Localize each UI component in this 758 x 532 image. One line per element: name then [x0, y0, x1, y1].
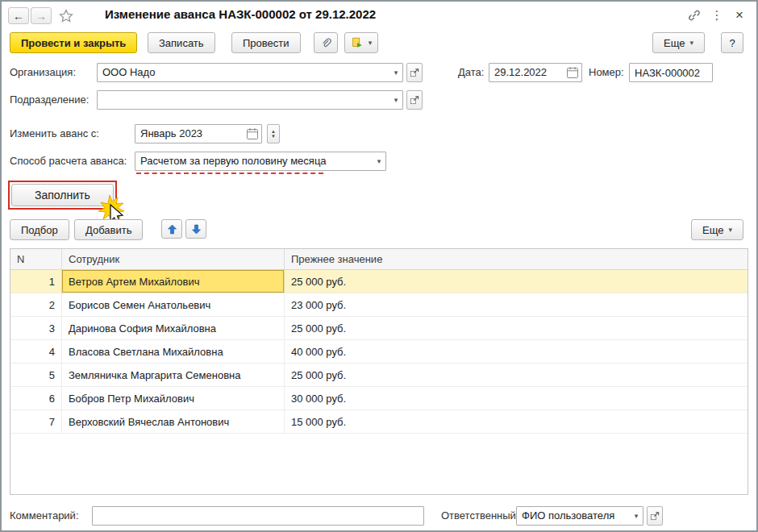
cell-employee[interactable]: Даринова София Михайловна [62, 317, 285, 339]
comment-label: Комментарий: [10, 506, 79, 526]
forward-button[interactable]: → [31, 7, 52, 24]
cell-prev[interactable]: 30 000 руб. [285, 387, 748, 409]
toolbar: Провести и закрыть Записать Провести ▾ Е… [2, 31, 756, 56]
calc-method-combo[interactable]: Расчетом за первую половину месяца ▾ [135, 152, 386, 171]
more-button[interactable]: Еще ▾ [652, 32, 705, 53]
add-row-button[interactable]: Добавить [74, 219, 143, 240]
cell-prev[interactable]: 25 000 руб. [285, 270, 748, 293]
footer: Комментарий: Ответственный: ФИО пользова… [2, 505, 756, 527]
document-window: ← → Изменение аванса НАЗК-000002 от 29.1… [0, 0, 758, 532]
header-employee[interactable]: Сотрудник [62, 249, 285, 269]
calendar-icon[interactable] [245, 127, 260, 141]
move-up-button[interactable] [161, 219, 182, 239]
spin-down-icon[interactable]: ▼ [271, 134, 276, 139]
write-button[interactable]: Записать [148, 32, 215, 53]
cell-employee[interactable]: Верховский Вячеслав Антонович [62, 410, 285, 433]
date-label: Дата: [458, 63, 484, 82]
chevron-down-icon[interactable]: ▾ [373, 152, 385, 170]
cell-n[interactable]: 7 [10, 410, 62, 433]
cell-prev[interactable]: 25 000 руб. [285, 317, 748, 339]
pick-button[interactable]: Подбор [10, 219, 69, 240]
header-n[interactable]: N [10, 249, 62, 269]
organization-label: Организация: [10, 63, 76, 82]
cell-prev[interactable]: 40 000 руб. [285, 340, 748, 363]
table-more-label: Еще [702, 224, 723, 236]
organization-combo[interactable]: ООО Надо ▾ [97, 63, 403, 82]
cell-employee[interactable]: Борисов Семен Анатольевич [62, 293, 285, 316]
titlebar: ← → Изменение аванса НАЗК-000002 от 29.1… [2, 2, 756, 29]
fill-button[interactable]: Заполнить [11, 184, 114, 206]
organization-value: ООО Надо [102, 64, 386, 81]
table-toolbar: Подбор Добавить Еще ▾ [2, 218, 756, 242]
chevron-down-icon: ▾ [369, 39, 373, 47]
table-row[interactable]: 1 Ветров Артем Михайлович 25 000 руб. [10, 270, 748, 293]
calc-method-label: Способ расчета аванса: [10, 152, 127, 171]
cell-n[interactable]: 1 [10, 270, 62, 293]
cell-employee[interactable]: Земляничка Маргарита Семеновна [62, 364, 285, 386]
more-label: Еще [664, 37, 685, 49]
table-row[interactable]: 3 Даринова София Михайловна 25 000 руб. [10, 317, 748, 340]
number-input[interactable] [629, 63, 713, 82]
create-based-on-button[interactable]: ▾ [344, 32, 378, 53]
change-from-value: Январь 2023 [140, 125, 202, 143]
cell-employee[interactable]: Бобров Петр Михайлович [62, 387, 285, 409]
cell-n[interactable]: 4 [10, 340, 62, 363]
calendar-icon[interactable] [565, 65, 580, 80]
page-title: Изменение аванса НАЗК-000002 от 29.12.20… [105, 7, 376, 21]
cell-prev[interactable]: 15 000 руб. [285, 410, 748, 433]
post-and-close-button[interactable]: Провести и закрыть [10, 32, 137, 53]
date-field[interactable]: 29.12.2022 [489, 63, 582, 82]
cell-n[interactable]: 3 [10, 317, 62, 339]
comment-input[interactable] [92, 506, 424, 526]
calc-method-value: Расчетом за первую половину месяца [140, 152, 369, 170]
chevron-down-icon: ▾ [689, 39, 693, 47]
fill-button-highlight: Заполнить [8, 181, 117, 210]
cell-employee[interactable]: Ветров Артем Михайлович [62, 270, 285, 293]
change-from-field[interactable]: Январь 2023 [135, 124, 262, 143]
responsible-open-button[interactable] [647, 506, 663, 526]
responsible-combo[interactable]: ФИО пользователя ▾ [516, 506, 643, 526]
change-from-spinner[interactable]: ▲ ▼ [267, 124, 280, 143]
number-label: Номер: [589, 63, 624, 82]
table-row[interactable]: 5 Земляничка Маргарита Семеновна 25 000 … [10, 364, 748, 387]
chevron-down-icon[interactable]: ▾ [389, 64, 402, 81]
arrow-down-icon [190, 223, 202, 235]
department-open-button[interactable] [406, 90, 423, 110]
table-row[interactable]: 2 Борисов Семен Анатольевич 23 000 руб. [10, 293, 748, 317]
arrow-up-icon [166, 223, 178, 235]
chevron-down-icon[interactable]: ▾ [630, 507, 643, 525]
header-prev-value[interactable]: Прежнее значение [285, 249, 748, 269]
back-button[interactable]: ← [8, 7, 29, 24]
cell-prev[interactable]: 25 000 руб. [285, 364, 748, 386]
required-field-underline [136, 172, 323, 174]
table-header-row: N Сотрудник Прежнее значение [10, 249, 748, 270]
link-icon[interactable] [685, 7, 703, 23]
attachments-button[interactable] [314, 32, 338, 53]
cell-employee[interactable]: Власова Светлана Михайловна [62, 340, 285, 363]
cell-n[interactable]: 2 [10, 293, 62, 316]
chevron-down-icon: ▾ [728, 226, 732, 234]
responsible-value: ФИО пользователя [522, 507, 627, 525]
cell-n[interactable]: 6 [10, 387, 62, 409]
department-label: Подразделение: [10, 90, 89, 110]
cell-n[interactable]: 5 [10, 364, 62, 386]
post-button[interactable]: Провести [231, 32, 301, 53]
move-down-button[interactable] [185, 219, 206, 239]
close-icon[interactable]: × [731, 7, 748, 23]
department-combo[interactable]: ▾ [97, 90, 403, 110]
table-row[interactable]: 6 Бобров Петр Михайлович 30 000 руб. [10, 387, 748, 410]
employees-table: N Сотрудник Прежнее значение 1 Ветров Ар… [10, 248, 748, 495]
chevron-down-icon[interactable]: ▾ [389, 91, 402, 109]
cell-prev[interactable]: 23 000 руб. [285, 293, 748, 316]
menu-dots-icon[interactable]: ⋮ [708, 7, 726, 23]
table-row[interactable]: 7 Верховский Вячеслав Антонович 15 000 р… [10, 410, 748, 434]
table-row[interactable]: 4 Власова Светлана Михайловна 40 000 руб… [10, 340, 748, 364]
help-button[interactable]: ? [721, 32, 743, 53]
change-from-label: Изменить аванс с: [10, 124, 99, 143]
table-more-button[interactable]: Еще ▾ [691, 219, 743, 240]
favorite-star-icon[interactable] [58, 8, 74, 24]
date-value: 29.12.2022 [494, 64, 547, 81]
responsible-label: Ответственный: [441, 506, 519, 526]
organization-open-button[interactable] [406, 63, 423, 82]
